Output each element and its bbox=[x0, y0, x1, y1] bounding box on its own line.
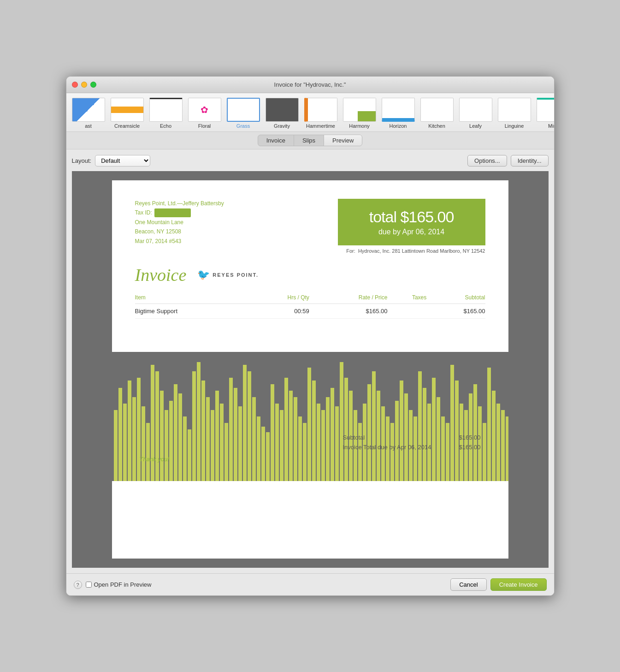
template-blast[interactable]: ast bbox=[70, 97, 107, 130]
layout-select[interactable]: Default bbox=[95, 155, 150, 167]
sender-info: Reyes Point, Ltd.—Jeffery Battersby Tax … bbox=[135, 199, 224, 246]
tab-invoice[interactable]: Invoice bbox=[258, 135, 294, 146]
col-rate: Rate / Price bbox=[309, 294, 388, 304]
chart-bar bbox=[298, 416, 302, 481]
template-label-kitchen: Kitchen bbox=[428, 123, 445, 129]
chart-bar bbox=[197, 362, 201, 481]
template-kitchen[interactable]: Kitchen bbox=[419, 97, 455, 130]
template-label-harmony: Harmony bbox=[349, 123, 370, 129]
total-due: due by Apr 06, 2014 bbox=[352, 228, 472, 236]
template-label-horizon: Horizon bbox=[390, 123, 407, 129]
subtotal-row: Subtotal $165.00 bbox=[342, 434, 480, 441]
invoice-table: Item Hrs / Qty Rate / Price Taxes Subtot… bbox=[135, 294, 485, 319]
chart-bar bbox=[501, 410, 505, 481]
chart-bar bbox=[142, 406, 145, 481]
create-invoice-button[interactable]: Create Invoice bbox=[490, 578, 547, 591]
template-gravity[interactable]: Gravity bbox=[264, 97, 301, 130]
chart-bar bbox=[492, 391, 496, 481]
sender-city: Beacon, NY 12508 bbox=[135, 227, 224, 236]
preview-wrapper: Reyes Point, Ltd.—Jeffery Battersby Tax … bbox=[72, 171, 549, 568]
logo-bird-icon: 🐦 bbox=[197, 269, 211, 281]
open-pdf-checkbox[interactable] bbox=[86, 582, 92, 588]
chart-bar bbox=[128, 381, 131, 481]
chart-bar bbox=[151, 365, 154, 481]
chart-bar bbox=[183, 416, 187, 481]
chart-bar bbox=[261, 427, 265, 481]
total-box: total $165.00 due by Apr 06, 2014 bbox=[338, 199, 485, 245]
totals-summary: Subtotal $165.00 Invoice Total due by Ap… bbox=[342, 434, 480, 453]
total-due-value: $165.00 bbox=[459, 444, 481, 451]
maximize-button[interactable] bbox=[90, 82, 96, 88]
template-floral[interactable]: Floral bbox=[186, 97, 223, 130]
layout-row: Layout: Default bbox=[72, 155, 151, 167]
template-leafy[interactable]: Leafy bbox=[457, 97, 494, 130]
taxid-redacted: ██████████ bbox=[154, 208, 191, 217]
minimize-button[interactable] bbox=[81, 82, 87, 88]
cell-item: Bigtime Support bbox=[135, 304, 250, 319]
chart-bar bbox=[243, 365, 247, 481]
template-label-grass: Grass bbox=[236, 123, 250, 129]
template-echo[interactable]: Echo bbox=[148, 97, 184, 130]
tab-slips[interactable]: Slips bbox=[294, 135, 324, 146]
cancel-button[interactable]: Cancel bbox=[450, 578, 486, 591]
template-creamsicle[interactable]: Creamsicle bbox=[109, 97, 146, 130]
chart-bar bbox=[201, 381, 205, 481]
chart-bar bbox=[331, 388, 334, 481]
chart-bar bbox=[483, 423, 486, 481]
chart-bar bbox=[450, 365, 454, 481]
chart-bar bbox=[271, 384, 274, 481]
identity-button[interactable]: Identity... bbox=[511, 155, 549, 167]
template-label-linguine: Linguine bbox=[505, 123, 524, 129]
chart-bar bbox=[473, 384, 477, 481]
invoice-title-row: Invoice 🐦 REYES POINT. bbox=[135, 265, 485, 285]
chart-bar bbox=[487, 368, 491, 481]
cell-subtotal: $165.00 bbox=[426, 304, 485, 319]
chart-bar bbox=[252, 397, 256, 481]
chart-bar bbox=[284, 378, 288, 481]
chart-bar bbox=[303, 423, 307, 481]
template-harmony[interactable]: Harmony bbox=[341, 97, 378, 130]
chart-bar bbox=[238, 406, 242, 481]
chart-bar bbox=[289, 391, 293, 481]
help-button[interactable]: ? bbox=[74, 581, 82, 589]
chart-bar bbox=[432, 378, 436, 481]
chart-bar bbox=[307, 368, 311, 481]
chart-bar bbox=[234, 388, 237, 481]
cell-rate: $165.00 bbox=[309, 304, 388, 319]
chart-bar bbox=[114, 410, 118, 481]
chart-bar bbox=[178, 393, 182, 481]
options-button[interactable]: Options... bbox=[467, 155, 507, 167]
thank-you: Thank you! bbox=[140, 456, 169, 463]
title-bar: Invoice for "Hydrovac, Inc." bbox=[66, 77, 554, 93]
template-mint[interactable]: Mint bbox=[535, 97, 554, 130]
template-grass[interactable]: Grass bbox=[225, 97, 262, 130]
sender-taxid: Tax ID: ██████████ bbox=[135, 208, 224, 217]
chart-bar bbox=[215, 391, 219, 481]
bottom-left: ? Open PDF in Preview bbox=[74, 581, 152, 589]
chart-bar bbox=[321, 410, 325, 481]
cell-qty: 00:59 bbox=[250, 304, 309, 319]
chart-bar bbox=[372, 371, 376, 481]
chart-bar bbox=[123, 404, 127, 481]
chart-bar bbox=[132, 397, 136, 481]
chart-bar bbox=[506, 416, 508, 481]
chart-bar bbox=[188, 429, 191, 481]
chart-bar bbox=[496, 404, 500, 481]
close-button[interactable] bbox=[72, 82, 78, 88]
tabs-group: Invoice Slips Preview bbox=[258, 135, 363, 146]
template-label-creamsicle: Creamsicle bbox=[114, 123, 140, 129]
main-area: Layout: Default Options... Identity... R… bbox=[66, 149, 554, 573]
template-horizon[interactable]: Horizon bbox=[380, 97, 417, 130]
table-header-row: Item Hrs / Qty Rate / Price Taxes Subtot… bbox=[135, 294, 485, 304]
chart-bar bbox=[418, 371, 422, 481]
template-hammertime[interactable]: Hammertime bbox=[302, 97, 339, 130]
template-label-floral: Floral bbox=[198, 123, 211, 129]
template-linguine[interactable]: Linguine bbox=[496, 97, 533, 130]
sender-address: One Mountain Lane bbox=[135, 218, 224, 227]
chart-bar bbox=[400, 381, 403, 481]
chart-bar bbox=[344, 378, 348, 481]
template-label-hammertime: Hammertime bbox=[306, 123, 335, 129]
sender-meta: Mar 07, 2014 #543 bbox=[135, 237, 224, 246]
col-subtotal: Subtotal bbox=[426, 294, 485, 304]
tab-preview[interactable]: Preview bbox=[324, 135, 362, 146]
